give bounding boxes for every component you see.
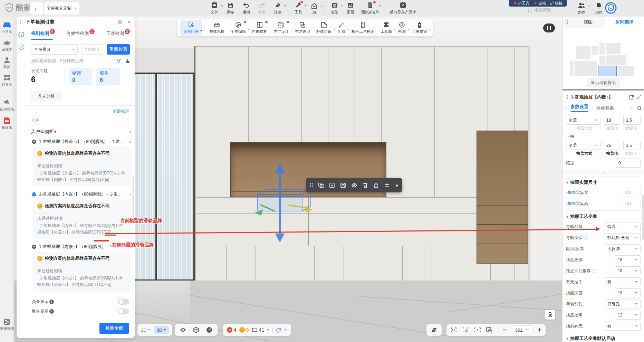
focus-target-icon[interactable]: [474, 327, 481, 333]
check-all-button[interactable]: 检测全部: [99, 323, 129, 334]
render-menu[interactable]: 渲染: [327, 2, 343, 15]
tools-menu[interactable]: 工具: [290, 2, 306, 15]
gap-value-input[interactable]: 1.5: [623, 116, 641, 125]
bottom-lift-input[interactable]: 12: [615, 311, 641, 320]
move-gizmo[interactable]: [242, 162, 331, 245]
sidebar-item-mine[interactable]: 我的: [0, 57, 14, 69]
ribbon-item-panel-craft-correct[interactable]: 板件工艺校正: [348, 21, 377, 34]
save-button[interactable]: 保存: [222, 2, 238, 15]
tab-rule-detect[interactable]: 规则检测6: [31, 28, 55, 40]
visibility-icon[interactable]: [180, 326, 186, 333]
recheck-button[interactable]: 重新检测: [107, 44, 130, 55]
tab-room-select[interactable]: 房间选择: [615, 19, 633, 25]
size-section-header[interactable]: ∨抽面实际尺寸: [566, 179, 597, 186]
panel-counter[interactable]: 41: [252, 327, 265, 333]
clipboard-button[interactable]: [545, 310, 555, 320]
scrollbar[interactable]: [133, 177, 134, 218]
redo-button[interactable]: 恢复: [254, 2, 270, 15]
expand-icon[interactable]: [637, 95, 641, 99]
sidebar-item-app-market[interactable]: 应用市场: [0, 98, 14, 112]
correct-all-button[interactable]: 全部校正: [81, 44, 103, 55]
mode-2d-button[interactable]: 2D: [141, 327, 151, 333]
selected-room[interactable]: [598, 66, 617, 76]
error-stat-card[interactable]: 错误0: [69, 68, 92, 85]
performance-icon[interactable]: [206, 326, 213, 333]
file-menu[interactable]: 文件: [206, 2, 222, 15]
handle-select[interactable]: 有: [605, 277, 641, 286]
indent-input[interactable]: 0: [616, 159, 641, 168]
toggles-icon[interactable]: [431, 326, 438, 333]
issue-list[interactable]: 入户 入户储物柜 ▲ 1-常规抽屉【外盖↑↓】（80踢脚线） - 1-常... …: [26, 114, 135, 293]
show-all-rooms-button[interactable]: 显示所有房间: [587, 78, 620, 87]
mini-tools-link[interactable]: 小工具: [513, 1, 529, 6]
tab-style-replace[interactable]: 风格替换: [593, 105, 617, 111]
camera-settings-icon[interactable]: [462, 327, 469, 333]
messages-menu[interactable]: 消息: [591, 2, 606, 15]
chevron-down-icon[interactable]: [267, 329, 270, 331]
ribbon-item-cabinet-chamfer[interactable]: 柜体切角: [313, 21, 335, 34]
link-share[interactable]: 链接: [550, 1, 563, 6]
ribbon-item-free-cabinet[interactable]: 自由建柜: [249, 21, 270, 34]
rail-type-select[interactable]: 托底轨-全拉: [605, 233, 641, 242]
tab-validity-detect[interactable]: 有效性检测1: [66, 28, 95, 40]
collapse-caret-icon[interactable]: ▲: [129, 245, 132, 248]
ribbon-item-select-component[interactable]: 选择组件: [180, 20, 202, 36]
scrollbar[interactable]: [642, 195, 644, 240]
tab-scroll-left[interactable]: ◂: [565, 106, 566, 110]
main-site-link[interactable]: 主站: [534, 1, 546, 6]
cube-view-icon[interactable]: [193, 326, 200, 333]
collaborate-menu[interactable]: 协作: [574, 2, 589, 15]
cover-value-input[interactable]: 18: [604, 116, 620, 125]
lock-icon[interactable]: [373, 182, 379, 188]
box-thickness-select[interactable]: 18: [615, 255, 641, 264]
cabinet-group-row[interactable]: 入户储物柜 ▲: [31, 129, 132, 135]
copy-icon[interactable]: [318, 182, 324, 188]
face-depth-select[interactable]: 18: [615, 288, 641, 297]
camera-frame-icon[interactable]: [451, 327, 458, 333]
save-icon[interactable]: [340, 182, 346, 188]
sidebar-item-pre-layout[interactable]: 预排版: [0, 117, 14, 130]
cover-value-input-2[interactable]: 26: [604, 141, 620, 150]
minimize-icon[interactable]: [118, 20, 122, 24]
ribbon-item-boolean-shape[interactable]: 布尔造型: [292, 21, 313, 34]
rule-detect-mode-icon[interactable]: [18, 31, 25, 38]
ribbon-item-generate[interactable]: 生成: [335, 21, 348, 34]
tab-view[interactable]: 视图: [584, 19, 593, 25]
issue-row[interactable]: 1-常规抽屉【外盖↑↓】（80踢脚线） - 1-常... ▲: [31, 137, 132, 146]
collapse-caret-icon[interactable]: ▲: [129, 192, 132, 196]
zoom-area-icon[interactable]: [486, 327, 493, 333]
panel-collapse-button[interactable]: [543, 23, 555, 32]
clear-button[interactable]: 清空: [270, 2, 286, 15]
sidebar-item-public-library[interactable]: 公共库: [0, 21, 14, 34]
unclassified-chip[interactable]: 6 未分类: [31, 91, 62, 101]
cover-mode-select[interactable]: 全盖: [566, 116, 600, 125]
issue-row[interactable]: 1-常规抽屉【内嵌↑】（80踢脚线） - 1-常... ▲: [31, 190, 132, 198]
scope-select[interactable]: 全屋家具: [31, 44, 78, 55]
default-section-header[interactable]: ∨抽屉工艺变量默认启动: [566, 335, 615, 342]
rail-brand-select[interactable]: 悍高: [605, 222, 641, 231]
drag-handle-icon[interactable]: [310, 183, 313, 188]
focus-toggle[interactable]: [118, 308, 129, 314]
ribbon-item-interior-design[interactable]: 内空设计: [270, 21, 292, 34]
ribbon-item-order-review[interactable]: 订单提审: [409, 21, 430, 34]
pilot-hole-select[interactable]: 打引孔: [605, 300, 641, 308]
issue-row[interactable]: 1-常规抽屉【内嵌↑】（80踢脚线） - 1-常... ▲: [31, 243, 132, 251]
warning-stat-card[interactable]: 警告6: [96, 68, 120, 85]
ribbon-item-overall-style[interactable]: 整体风格: [206, 21, 228, 34]
drawings-list-menu[interactable]: 图纸&清单: [358, 2, 382, 15]
sidebar-item-enterprise-library[interactable]: 企业库: [0, 39, 14, 52]
collapse-bar[interactable]: ▲: [563, 170, 644, 175]
mode-3d-button[interactable]: 3D: [154, 326, 169, 334]
warning-counter[interactable]: !0: [239, 327, 249, 333]
replace-material-icon[interactable]: [384, 182, 390, 188]
tab-interference-detect[interactable]: 干涉检测2: [106, 28, 130, 40]
undo-button[interactable]: 撤销: [238, 2, 254, 15]
gap-value-input-2[interactable]: 1.5: [623, 141, 641, 150]
ribbon-item-toolbox[interactable]: 工具箱: [377, 21, 395, 34]
drag-handle-icon[interactable]: [565, 95, 568, 99]
drag-handle-icon[interactable]: [565, 20, 568, 25]
delete-icon[interactable]: [363, 182, 368, 188]
album-menu[interactable]: 图册: [343, 2, 358, 15]
auto-correct-mode-icon[interactable]: A: [18, 44, 25, 50]
drag-handle-icon[interactable]: [20, 20, 23, 25]
